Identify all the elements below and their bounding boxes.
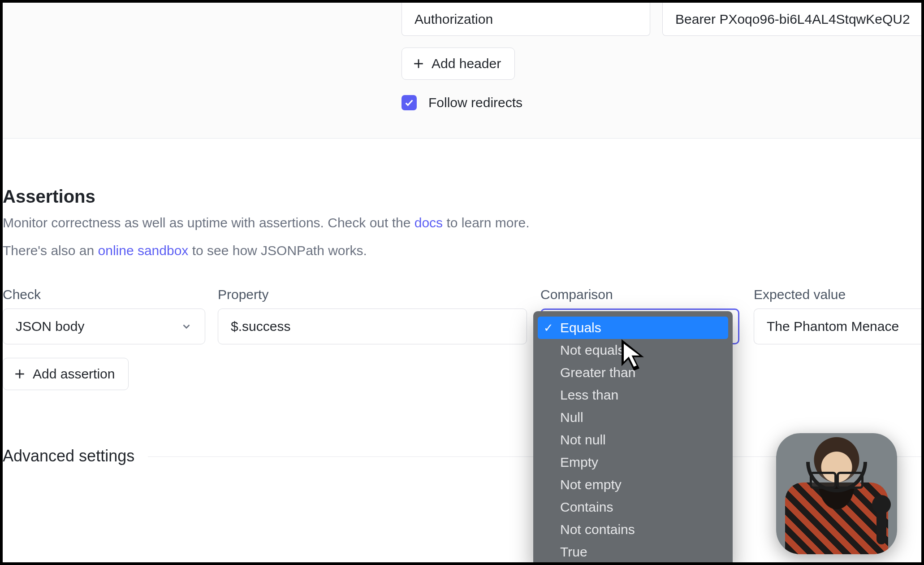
comparison-option-label: Equals: [560, 320, 601, 335]
webcam-overlay: [776, 433, 897, 554]
header-key-value: Authorization: [415, 12, 493, 27]
comparison-option[interactable]: Null: [538, 406, 728, 429]
comparison-option-label: Null: [560, 410, 583, 425]
follow-redirects-label: Follow redirects: [428, 95, 522, 110]
column-header-property: Property: [218, 287, 268, 302]
docs-link[interactable]: docs: [415, 215, 443, 230]
comparison-option-label: True: [560, 544, 587, 560]
check-icon: ✓: [543, 321, 554, 335]
assertions-subtitle-2: There's also an online sandbox to see ho…: [3, 243, 367, 258]
add-assertion-button[interactable]: Add assertion: [3, 358, 129, 390]
follow-redirects-checkbox[interactable]: [402, 95, 417, 110]
comparison-option-label: Less than: [560, 387, 618, 403]
comparison-option-label: Not contains: [560, 522, 635, 537]
comparison-option-label: Not empty: [560, 477, 622, 492]
header-value-input[interactable]: Bearer PXoqo96-bi6L4AL4StqwKeQU2: [662, 3, 921, 36]
comparison-option[interactable]: Not empty: [538, 474, 728, 496]
comparison-dropdown[interactable]: ✓EqualsNot equalsGreater thanLess thanNu…: [533, 311, 733, 562]
add-header-label: Add header: [432, 56, 501, 71]
expected-value: The Phantom Menace: [767, 319, 899, 334]
sandbox-link[interactable]: online sandbox: [98, 243, 189, 258]
check-icon: [404, 98, 414, 108]
comparison-option-label: Contains: [560, 500, 613, 515]
comparison-option-label: Empty: [560, 455, 598, 470]
check-select[interactable]: JSON body: [3, 309, 205, 344]
comparison-option[interactable]: Not equals: [538, 339, 728, 361]
add-header-button[interactable]: Add header: [402, 48, 515, 80]
property-value: $.success: [231, 319, 290, 334]
expected-value-input[interactable]: The Phantom Menace: [754, 309, 921, 344]
comparison-option[interactable]: Greater than: [538, 361, 728, 384]
chevron-down-icon: [181, 321, 192, 332]
property-input[interactable]: $.success: [218, 309, 527, 344]
comparison-option[interactable]: Empty: [538, 451, 728, 474]
column-header-comparison: Comparison: [540, 287, 613, 302]
comparison-option-label: Not null: [560, 432, 606, 448]
comparison-option-label: Not equals: [560, 343, 624, 358]
comparison-option[interactable]: ✓Equals: [538, 317, 728, 339]
comparison-option[interactable]: True: [538, 541, 728, 562]
advanced-settings-title: Advanced settings: [3, 447, 148, 465]
assertions-subtitle-1: Monitor correctness as well as uptime wi…: [3, 215, 530, 230]
column-header-check: Check: [3, 287, 41, 302]
assertions-title: Assertions: [3, 187, 95, 207]
header-key-input[interactable]: Authorization: [402, 3, 650, 36]
plus-icon: [14, 368, 26, 380]
check-select-value: JSON body: [16, 319, 84, 334]
comparison-option[interactable]: Contains: [538, 496, 728, 518]
add-assertion-label: Add assertion: [33, 366, 115, 382]
header-value-value: Bearer PXoqo96-bi6L4AL4StqwKeQU2: [675, 12, 910, 27]
comparison-option[interactable]: Not contains: [538, 518, 728, 541]
comparison-option[interactable]: Not null: [538, 429, 728, 451]
comparison-option[interactable]: Less than: [538, 384, 728, 406]
column-header-expected: Expected value: [754, 287, 846, 302]
plus-icon: [413, 58, 424, 70]
comparison-option-label: Greater than: [560, 365, 635, 380]
